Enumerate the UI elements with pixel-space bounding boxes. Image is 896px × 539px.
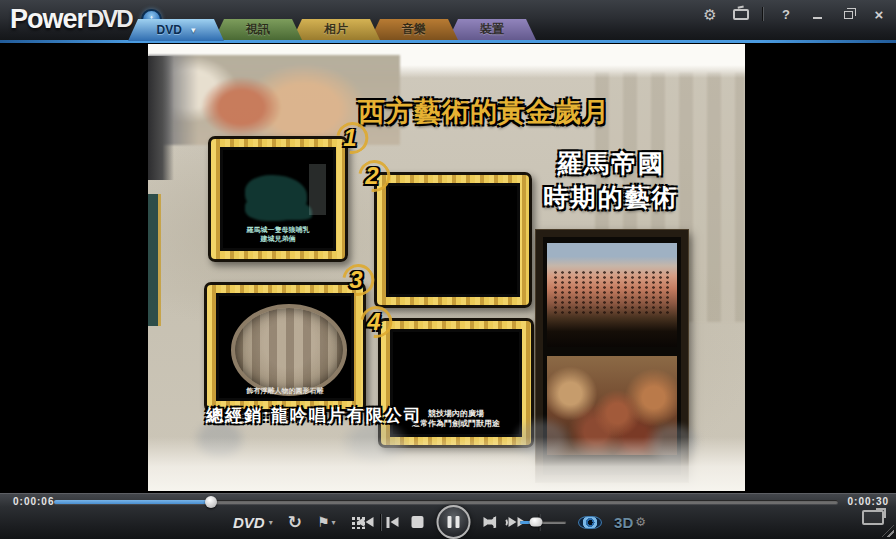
restore-button[interactable] [839,6,857,22]
tab-dvd[interactable]: DVD ▾ [128,19,224,41]
playback-controlbar: 0:00:06 0:00:30 DVD ▾ ↻ ⚑ ▾ [0,492,896,539]
chapter-3-number: 3 [349,268,362,292]
window-controls: ⚙ ? × [701,6,888,22]
titlebar[interactable]: PowerDVD ↑ ⚙ ? × [0,0,896,40]
tab-photo-label: 相片 [324,21,348,38]
stop-icon [412,516,424,528]
cropped-frame-sliver [148,194,161,326]
settings-button[interactable]: ⚙ [701,6,719,22]
dvd-menu-button[interactable]: DVD ▾ [233,514,273,531]
chevron-down-icon: ▾ [332,518,336,527]
rewind-icon [357,517,365,527]
tab-video[interactable]: 視訊 [214,19,302,40]
right-control-group: 3D ⚙ [488,507,646,537]
tab-video-label: 視訊 [246,21,270,38]
statue-foliage-image [386,183,520,297]
resize-grip[interactable] [882,525,894,537]
seek-thumb[interactable] [205,496,217,508]
restore-icon [844,11,853,19]
volume-slider[interactable] [520,521,566,524]
pause-button[interactable] [437,505,471,539]
volume-thumb[interactable] [530,518,543,527]
tab-device[interactable]: 裝置 [448,19,536,40]
titlebar-separator [763,7,764,21]
chapter-2-number: 2 [365,164,378,188]
elapsed-time: 0:00:06 [13,496,54,507]
stop-button[interactable] [412,516,424,528]
painting-dark-edge [148,56,174,180]
dvd-menu-label: DVD [233,514,265,531]
colosseum-exterior-image [547,243,677,347]
chapter-1-caption: 羅馬城一隻母狼哺乳 建城兄弟倆 [223,225,333,243]
menu-subtitle-line2: 時期的藝術 [526,180,696,214]
chapter-2-thumbnail[interactable] [374,172,532,308]
sound-wave-icon [503,518,508,527]
powerdvd-window: PowerDVD ↑ ⚙ ? × [0,0,896,539]
logo-text-dvd: DVD [87,5,132,33]
3d-button[interactable]: 3D ⚙ [614,514,646,531]
gear-icon: ⚙ [703,7,716,22]
dvd-menu-screen: 西方藝術的黃金歲月 羅馬帝國 時期的藝術 羅馬城一隻母狼哺乳 建城兄弟倆 [148,44,745,491]
chevron-down-icon: ▾ [191,25,196,35]
wolf-statue-image: 羅馬城一隻母狼哺乳 建城兄弟倆 [220,147,336,251]
menu-subtitle: 羅馬帝國 時期的藝術 [526,146,696,214]
chapter-4-number: 4 [367,310,380,334]
distributor-text: 總經銷:龍吟唱片有限公司 [206,404,423,427]
gear-icon: ⚙ [635,515,646,529]
chapter-1-number: 1 [343,126,356,150]
mute-button[interactable] [488,515,508,529]
menu-subtitle-line1: 羅馬帝國 [526,146,696,180]
menu-title: 西方藝術的黃金歲月 [358,94,745,130]
seek-fill [54,500,211,504]
repeat-icon: ↻ [288,512,302,533]
previous-chapter-button[interactable] [387,517,399,528]
logo-text-power: Power [10,4,86,35]
total-time: 0:00:30 [848,496,889,507]
rewind-button[interactable] [357,517,374,527]
close-button[interactable]: × [870,6,888,22]
previous-icon [387,517,390,528]
close-icon: × [875,7,884,22]
chapter-3-thumbnail[interactable]: 飾有浮雕人物的圓形石雕 [204,282,366,412]
help-icon: ? [782,7,790,22]
minimize-icon [813,17,822,19]
truetheater-button[interactable] [578,516,602,529]
minimize-button[interactable] [808,6,826,22]
tab-dvd-label: DVD [157,23,182,37]
help-button[interactable]: ? [777,6,795,22]
pause-icon [448,516,452,528]
source-tabs: DVD ▾ 視訊 相片 音樂 裝置 [138,19,536,40]
tab-photo[interactable]: 相片 [292,19,380,40]
repeat-button[interactable]: ↻ [288,512,302,533]
chevron-down-icon: ▾ [269,518,273,527]
speaker-icon [488,515,501,529]
bookmark-icon: ⚑ [317,514,330,530]
video-area[interactable]: 西方藝術的黃金歲月 羅馬帝國 時期的藝術 羅馬城一隻母狼哺乳 建城兄弟倆 [0,43,896,492]
tv-icon [733,9,749,20]
tab-music[interactable]: 音樂 [370,19,458,40]
tab-device-label: 裝置 [480,21,504,38]
tv-mode-button[interactable] [732,6,750,22]
menu-bottom-fade [148,437,745,491]
bookmark-button[interactable]: ⚑ ▾ [317,514,336,530]
tab-music-label: 音樂 [402,21,426,38]
chapter-3-caption: 飾有浮雕人物的圓形石雕 [219,386,351,395]
3d-label: 3D [614,514,633,531]
display-device-button[interactable] [862,510,884,525]
stone-relief-image: 飾有浮雕人物的圓形石雕 [216,293,354,401]
seek-slider[interactable] [54,500,838,504]
chapter-1-thumbnail[interactable]: 羅馬城一隻母狼哺乳 建城兄弟倆 [208,136,348,262]
eye-icon [578,516,602,529]
